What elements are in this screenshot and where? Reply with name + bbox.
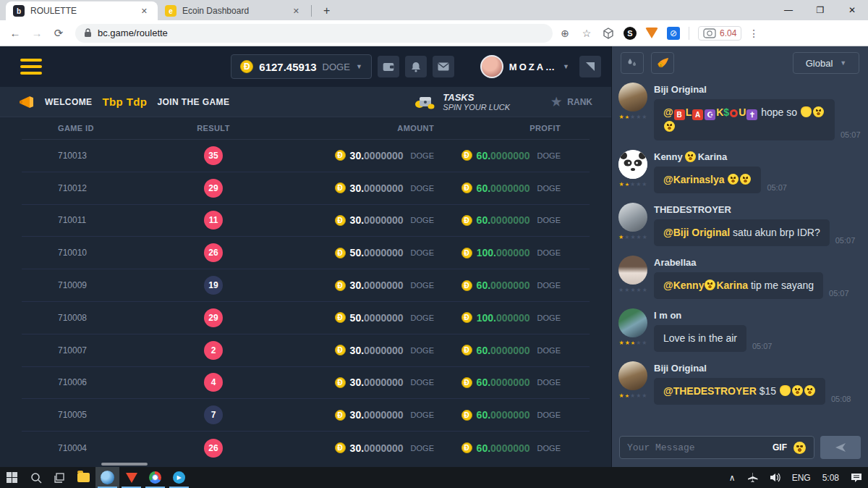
gif-button[interactable]: GIF [773,442,787,453]
zoom-page-icon[interactable]: ⊕ [556,28,574,39]
chat-bubble: @BLA☪K$U✝ hope so [654,99,835,140]
window-minimize-button[interactable]: — [773,0,804,20]
amount-integer: 50. [350,312,364,324]
forward-button[interactable]: → [27,27,46,39]
taskbar-search-button[interactable] [24,467,48,488]
fireball-button[interactable]: 0 [651,52,674,74]
amount-integer: 30. [350,442,364,454]
amount-fraction: 0000000 [364,442,404,454]
language-indicator[interactable]: ENG [786,473,817,483]
table-row[interactable]: 7100064Ð30.0000000DOGEÐ60.0000000DOGE [22,367,590,400]
chat-message-input[interactable] [627,442,767,453]
extension-s-icon[interactable]: S [621,27,639,40]
send-message-button[interactable] [820,436,861,459]
chat-username[interactable]: THEDESTROYER [654,204,861,215]
avatar[interactable] [618,150,647,179]
adblock-extension-icon[interactable]: ⊘ [664,27,683,40]
message-text: Karina [698,151,727,162]
table-row[interactable]: 7100057Ð30.0000000DOGEÐ60.0000000DOGE [22,399,590,432]
user-menu[interactable]: MOZA… ▼ [480,55,569,78]
emoji-picker-button[interactable] [793,442,806,454]
chat-username[interactable]: Biji Original [654,84,861,95]
chat-channel-select[interactable]: Global ▼ [793,52,859,74]
wallet-button[interactable] [378,56,399,77]
tab-roulette[interactable]: b ROULETTE ✕ [6,1,158,20]
window-close-button[interactable]: ✕ [836,0,868,20]
result-number-badge: 19 [204,276,223,295]
tab-separator [311,5,312,17]
table-row[interactable]: 71001229Ð30.0000000DOGEÐ60.0000000DOGE [22,172,590,205]
balance-selector[interactable]: Ð 6127.45913 DOGE ▼ [231,54,371,79]
message-text: tip me sayang [748,279,814,291]
profit-fraction: 0000000 [490,214,530,226]
profit-currency: DOGE [537,444,561,453]
notifications-button[interactable] [405,56,427,77]
tab-close-icon[interactable]: ✕ [290,5,302,17]
table-row[interactable]: 71001335Ð30.0000000DOGEÐ60.0000000DOGE [22,140,590,172]
volume-icon[interactable] [764,473,786,482]
profit-cell: Ð60.0000000DOGE [434,182,590,195]
chat-username[interactable]: I m on [654,310,861,321]
profit-cell: Ð100.000000DOGE [434,246,590,259]
table-row[interactable]: 7100072Ð30.0000000DOGEÐ60.0000000DOGE [22,335,590,367]
table-row[interactable]: 71001026Ð50.0000000DOGEÐ100.000000DOGE [22,237,590,269]
start-button[interactable] [0,467,24,488]
task-view-button[interactable] [48,467,72,488]
avatar[interactable] [618,203,647,232]
clock[interactable]: 5:08 [817,473,845,483]
table-row[interactable]: 71001111Ð30.0000000DOGEÐ60.0000000DOGE [22,205,590,237]
metamask-fox-icon[interactable] [642,28,661,38]
brave-browser-button[interactable] [119,467,143,488]
reload-button[interactable]: ⟳ [49,27,68,40]
game-id: 710004 [58,443,152,453]
window-restore-button[interactable]: ❐ [804,0,836,20]
tab-close-icon[interactable]: ✕ [138,5,150,17]
avatar[interactable] [618,83,647,112]
address-bar[interactable]: bc.game/roulette [75,24,553,43]
active-browser-button[interactable] [95,467,119,488]
chat-username[interactable]: KennyKarina [654,151,861,162]
new-tab-button[interactable]: + [316,4,337,17]
airplane-mode-icon[interactable] [741,472,764,483]
doge-coin-icon: Ð [461,182,472,193]
letter-o-ring-icon [730,109,738,117]
table-row[interactable]: 71000426Ð30.0000000DOGEÐ60.0000000DOGE [22,432,590,464]
action-center-icon[interactable] [845,473,868,483]
profit-fraction: 0000000 [490,279,530,291]
tray-show-hidden-icons[interactable]: ∧ [723,473,741,483]
tasks-widget[interactable]: TASKS SPIN YOUR LUCK [414,92,510,112]
hamburger-menu-icon[interactable] [20,59,42,75]
telegram-button[interactable]: ▶ [167,467,191,488]
chat-username[interactable]: Biji Original [654,363,861,374]
chat-username[interactable]: Arabellaa [654,257,861,268]
rank-widget[interactable]: ★ RANK [551,95,592,109]
avatar[interactable] [618,256,647,285]
profit-cell: Ð60.0000000DOGE [434,408,590,421]
tab-ecoin-dashboard[interactable]: e Ecoin Dashboard ✕ [158,1,310,20]
amount-integer: 30. [350,279,364,291]
avatar[interactable] [618,361,647,390]
wallet-extension-badge[interactable]: 6.04 [698,26,741,41]
mail-button[interactable] [433,56,454,77]
doge-coin-icon: Ð [240,60,253,73]
chrome-button[interactable] [143,467,167,488]
result-cell: 35 [152,146,275,165]
chat-toggle-button[interactable] [579,56,601,77]
bookmark-star-icon[interactable]: ☆ [577,28,596,39]
emoji-kiss-icon [728,174,739,185]
back-button[interactable]: ← [6,27,25,39]
avatar[interactable] [618,308,647,337]
mention-text: Karina [716,279,748,291]
user-level-stars: ★★★★★ [619,114,647,120]
table-row[interactable]: 71000919Ð30.0000000DOGEÐ60.0000000DOGE [22,269,590,302]
browser-menu-icon[interactable]: ⋮ [744,28,763,39]
extension-cube-icon[interactable] [599,28,618,39]
file-explorer-button[interactable] [72,467,95,488]
horizontal-scrollbar[interactable] [101,463,148,466]
amount-integer: 30. [350,214,364,226]
rain-button[interactable] [621,52,644,74]
chat-input-wrap[interactable]: GIF [619,436,814,459]
game-id: 710007 [58,345,152,356]
table-row[interactable]: 71000829Ð50.0000000DOGEÐ100.000000DOGE [22,302,590,335]
profit-cell: Ð60.0000000DOGE [434,279,590,292]
